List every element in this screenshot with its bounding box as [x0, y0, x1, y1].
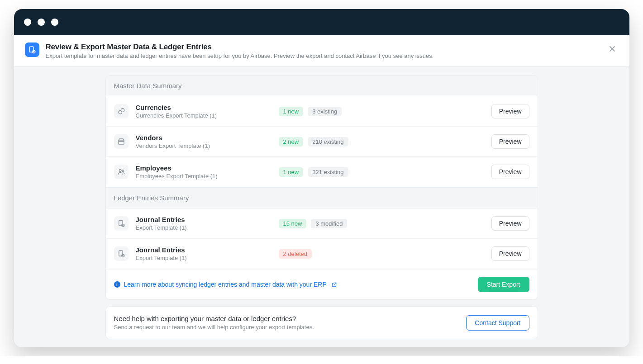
svg-rect-9: [119, 220, 122, 226]
badge-existing: 321 existing: [308, 167, 348, 177]
app-window: Review & Export Master Data & Ledger Ent…: [14, 9, 629, 347]
currencies-icon: [114, 104, 129, 118]
close-button[interactable]: [606, 43, 619, 57]
start-export-button[interactable]: Start Export: [478, 277, 529, 292]
svg-point-5: [121, 109, 124, 112]
row-title: Journal Entries: [136, 246, 271, 254]
svg-point-7: [119, 170, 121, 172]
badge-existing: 210 existing: [308, 137, 348, 147]
titlebar: [14, 9, 629, 35]
help-title: Need help with exporting your master dat…: [114, 315, 314, 322]
learn-more-text: Learn more about syncing ledger entries …: [124, 281, 327, 288]
page-title: Review & Export Master Data & Ledger Ent…: [46, 43, 600, 52]
window-control-maximize[interactable]: [51, 19, 58, 26]
row-currencies: Currencies Currencies Export Template (1…: [106, 96, 538, 127]
row-title: Vendors: [136, 134, 271, 142]
svg-rect-6: [119, 140, 124, 144]
card-footer: i Learn more about syncing ledger entrie…: [106, 269, 538, 299]
page-subtitle: Export template for master data and ledg…: [46, 52, 600, 59]
row-vendors: Vendors Vendors Export Template (1) 2 ne…: [106, 127, 538, 157]
learn-more-link[interactable]: i Learn more about syncing ledger entrie…: [114, 281, 337, 288]
content-area: Master Data Summary Currencies Currencie…: [14, 67, 629, 347]
row-title: Employees: [136, 164, 271, 172]
badge-new: 2 new: [279, 137, 304, 147]
row-subtitle: Export Template (1): [136, 255, 271, 261]
preview-button[interactable]: Preview: [491, 216, 529, 231]
close-icon: [608, 44, 617, 53]
summary-card: Master Data Summary Currencies Currencie…: [105, 75, 538, 300]
window-control-close[interactable]: [24, 19, 31, 26]
row-title: Currencies: [136, 104, 271, 111]
badge-existing: 3 existing: [308, 107, 342, 116]
row-employees: Employees Employees Export Template (1) …: [106, 157, 538, 187]
row-journal-1: Journal Entries Export Template (1) 15 n…: [106, 208, 538, 239]
preview-button[interactable]: Preview: [491, 246, 529, 261]
row-subtitle: Vendors Export Template (1): [136, 142, 271, 149]
badge-new: 1 new: [279, 107, 304, 116]
badge-modified: 3 modified: [311, 219, 347, 228]
app-body: Review & Export Master Data & Ledger Ent…: [14, 35, 629, 347]
preview-button[interactable]: Preview: [491, 165, 529, 179]
page-header: Review & Export Master Data & Ledger Ent…: [14, 35, 629, 67]
contact-support-button[interactable]: Contact Support: [466, 315, 529, 331]
row-journal-2: Journal Entries Export Template (1) 2 de…: [106, 239, 538, 269]
badge-deleted: 2 deleted: [279, 249, 312, 259]
svg-point-8: [122, 170, 124, 172]
help-card: Need help with exporting your master dat…: [105, 306, 538, 339]
vendors-icon: [114, 134, 129, 149]
row-title: Journal Entries: [136, 216, 271, 223]
journal-icon: [114, 246, 129, 261]
master-data-heading: Master Data Summary: [106, 76, 538, 96]
employees-icon: [114, 165, 129, 179]
row-subtitle: Currencies Export Template (1): [136, 112, 271, 119]
preview-button[interactable]: Preview: [491, 104, 529, 118]
export-icon: [25, 43, 39, 57]
info-icon: i: [114, 281, 120, 288]
preview-button[interactable]: Preview: [491, 134, 529, 149]
svg-rect-11: [119, 251, 122, 256]
row-subtitle: Employees Export Template (1): [136, 173, 271, 180]
help-subtitle: Send a request to our team and we will h…: [114, 324, 314, 331]
ledger-heading: Ledger Entries Summary: [106, 187, 538, 208]
external-link-icon: [331, 282, 337, 288]
journal-icon: [114, 216, 129, 231]
row-subtitle: Export Template (1): [136, 224, 271, 231]
badge-new: 15 new: [279, 219, 307, 228]
badge-new: 1 new: [279, 167, 304, 177]
window-control-minimize[interactable]: [38, 19, 45, 26]
